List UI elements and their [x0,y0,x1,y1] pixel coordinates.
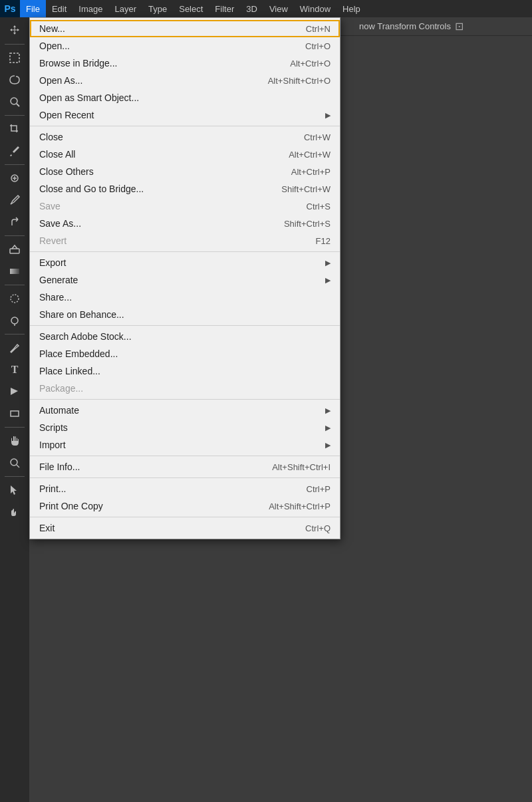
svg-rect-6 [10,249,19,253]
menu-group-close: Close Ctrl+W Close All Alt+Ctrl+W Close … [30,126,340,251]
menu-item-automate[interactable]: Automate ▶ [30,402,340,419]
crop-tool[interactable] [3,118,27,140]
menu-label-package: Package... [39,383,83,394]
menu-label-file-info: File Info... [39,462,80,472]
toolbar-divider-2 [5,115,25,116]
menu-group-automate: Automate ▶ Scripts ▶ Import ▶ [30,399,340,456]
menu-item-type[interactable]: Type [142,0,173,17]
import-arrow: ▶ [325,441,331,450]
menu-item-scripts[interactable]: Scripts ▶ [30,419,340,436]
menu-item-browse-bridge[interactable]: Browse in Bridge... Alt+Ctrl+O [30,55,340,72]
zoom-tool[interactable] [3,452,27,473]
menu-item-generate[interactable]: Generate ▶ [30,271,340,289]
toolbar-divider-6 [5,334,25,334]
menu-item-file[interactable]: File [20,0,46,17]
menu-item-open[interactable]: Open... Ctrl+O [30,37,340,55]
healing-brush-tool[interactable] [3,168,27,189]
marquee-tool[interactable] [3,47,27,68]
clone-stamp-tool[interactable] [3,211,27,233]
type-tool[interactable]: T [3,359,27,380]
menu-item-save-as[interactable]: Save As... Shift+Ctrl+S [30,215,340,232]
arrow-select-tool[interactable] [3,479,27,501]
menu-label-place-linked: Place Linked... [39,366,100,376]
menu-item-select[interactable]: Select [173,0,209,17]
svg-point-12 [11,459,17,466]
menu-item-close[interactable]: Close Ctrl+W [30,128,340,146]
menu-shortcut-print-one-copy: Alt+Shift+Ctrl+P [269,501,331,511]
menu-item-package: Package... [30,380,340,397]
menu-label-close-go-bridge: Close and Go to Bridge... [39,184,144,194]
menu-item-share-behance[interactable]: Share on Behance... [30,306,340,323]
svg-line-13 [17,465,19,468]
menu-item-save: Save Ctrl+S [30,198,340,215]
toolbar-divider-7 [5,427,25,428]
menu-item-layer[interactable]: Layer [109,0,143,17]
shape-tool[interactable] [3,403,27,424]
menu-label-close-all: Close All [39,149,75,160]
menu-label-revert: Revert [39,235,66,246]
menu-label-open-smart-object: Open as Smart Object... [39,92,139,103]
svg-rect-7 [10,269,19,274]
scripts-arrow: ▶ [325,424,331,432]
left-toolbar: T [0,17,29,802]
menu-item-close-all[interactable]: Close All Alt+Ctrl+W [30,146,340,163]
toolbar-divider-1 [5,44,25,45]
hand-tool[interactable] [3,430,27,452]
menu-item-close-go-bridge[interactable]: Close and Go to Bridge... Shift+Ctrl+W [30,180,340,198]
menu-item-edit[interactable]: Edit [46,0,72,17]
menu-item-search-stock[interactable]: Search Adobe Stock... [30,328,340,345]
menu-group-exit: Exit Ctrl+Q [30,517,340,539]
svg-point-1 [11,98,17,104]
gradient-tool[interactable] [3,261,27,282]
menu-label-print-one-copy: Print One Copy [39,501,103,511]
menu-item-close-others[interactable]: Close Others Alt+Ctrl+P [30,163,340,180]
grab-tool[interactable] [3,501,27,523]
menu-item-image[interactable]: Image [72,0,108,17]
dodge-tool[interactable] [3,310,27,331]
menu-item-place-linked[interactable]: Place Linked... [30,362,340,380]
pen-tool[interactable] [3,337,27,358]
path-select-tool[interactable] [3,381,27,402]
menu-item-open-smart-object[interactable]: Open as Smart Object... [30,89,340,106]
menu-items: File Edit Image Layer Type Select Filter… [20,0,366,17]
quick-select-tool[interactable] [3,91,27,112]
menu-item-help[interactable]: Help [336,0,366,17]
menu-item-file-info[interactable]: File Info... Alt+Shift+Ctrl+I [30,458,340,475]
eraser-tool[interactable] [3,239,27,260]
menu-label-place-embedded: Place Embedded... [39,348,118,359]
menu-label-generate: Generate [39,275,78,285]
eyedropper-tool[interactable] [3,140,27,162]
toolbar-divider-8 [5,476,25,477]
menu-item-window[interactable]: Window [294,0,336,17]
menu-item-open-recent[interactable]: Open Recent ▶ [30,106,340,124]
menu-item-3d[interactable]: 3D [240,0,263,17]
menu-item-new[interactable]: New... Ctrl+N [30,20,340,37]
menu-group-open: New... Ctrl+N Open... Ctrl+O Browse in B… [30,18,340,126]
menu-item-revert: Revert F12 [30,232,340,249]
lasso-tool[interactable] [3,69,27,90]
menu-shortcut-close: Ctrl+W [304,132,331,142]
menu-group-print: Print... Ctrl+P Print One Copy Alt+Shift… [30,477,340,517]
menu-item-print[interactable]: Print... Ctrl+P [30,480,340,497]
menu-group-export: Export ▶ Generate ▶ Share... Share on Be… [30,251,340,325]
menu-item-print-one-copy[interactable]: Print One Copy Alt+Shift+Ctrl+P [30,497,340,515]
menu-item-import[interactable]: Import ▶ [30,436,340,454]
menu-item-filter[interactable]: Filter [209,0,240,17]
menu-item-exit[interactable]: Exit Ctrl+Q [30,519,340,537]
menu-shortcut-open-as: Alt+Shift+Ctrl+O [268,76,331,86]
brush-tool[interactable] [3,190,27,211]
menu-label-open-as: Open As... [39,75,82,86]
menu-shortcut-open: Ctrl+O [305,41,331,51]
menu-item-view[interactable]: View [263,0,294,17]
menu-item-open-as[interactable]: Open As... Alt+Shift+Ctrl+O [30,72,340,89]
menu-label-export: Export [39,257,66,268]
svg-rect-0 [10,53,19,63]
toolbar-divider-5 [5,285,25,285]
transform-controls-icon: ⊡ [455,20,464,33]
move-tool[interactable] [3,20,27,41]
menu-item-share[interactable]: Share... [30,289,340,306]
open-recent-arrow: ▶ [325,111,331,120]
menu-item-export[interactable]: Export ▶ [30,254,340,271]
menu-item-place-embedded[interactable]: Place Embedded... [30,345,340,362]
blur-tool[interactable] [3,288,27,309]
